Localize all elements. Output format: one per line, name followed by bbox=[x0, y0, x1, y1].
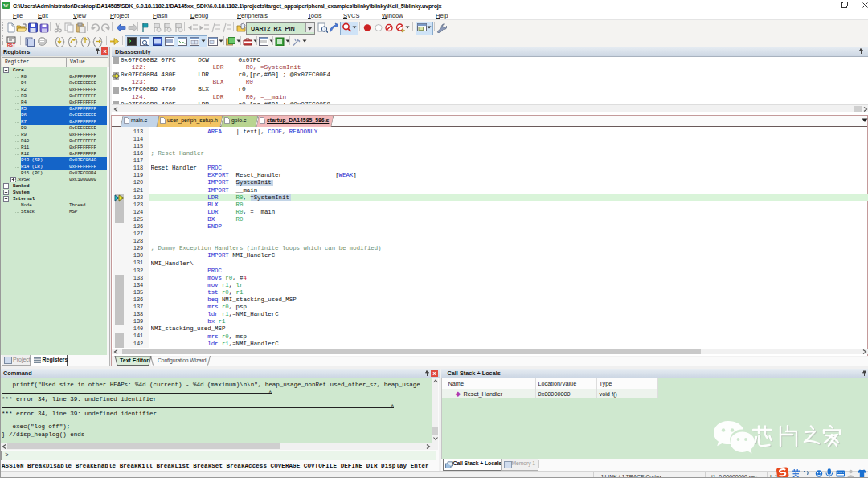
svg-text:RST: RST bbox=[7, 42, 15, 47]
